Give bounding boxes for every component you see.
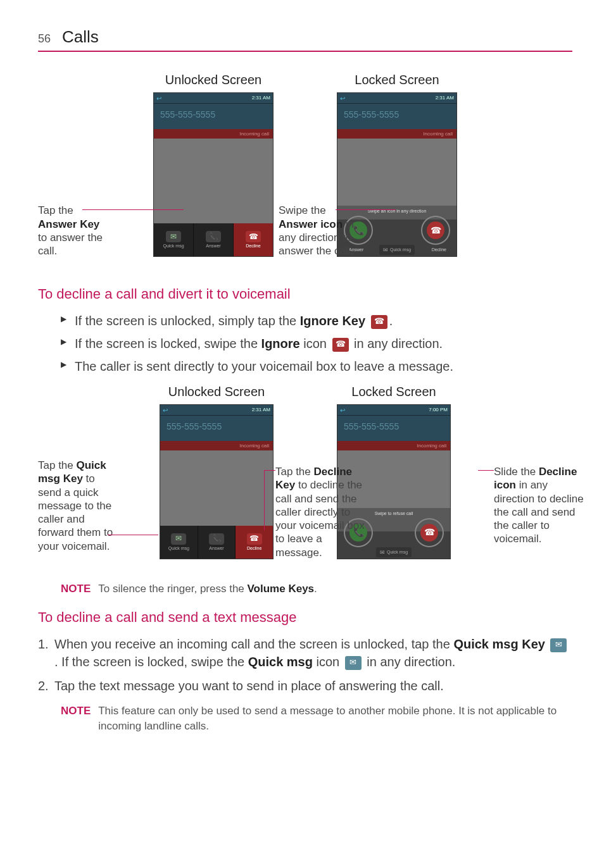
phone-unlocked: ↩2:31 AM 555-555-5555 Incoming call ✉Qui… <box>160 404 274 559</box>
step-1: 1.When you receive an incoming call and … <box>38 635 572 671</box>
decline-label: Decline <box>247 545 261 552</box>
note-text: This feature can only be used to send a … <box>98 704 572 734</box>
phone-icon: 📞 <box>209 533 224 545</box>
heading-decline-voicemail: To decline a call and divert it to voice… <box>38 285 572 304</box>
status-time: 2:31 AM <box>252 94 270 102</box>
bullet-3: The caller is sent directly to your voic… <box>61 357 572 375</box>
callout-decline-key: Tap the Decline Key to decline the call … <box>275 465 370 559</box>
status-time: 2:31 AM <box>252 406 270 414</box>
caller-number: 555-555-5555 <box>337 103 456 129</box>
step-2: 2.Tap the text message you want to send … <box>38 677 572 695</box>
caller-number: 555-555-5555 <box>160 415 273 441</box>
note-mobile-only: NOTE This feature can only be used to se… <box>38 704 572 734</box>
decline-button[interactable]: ☎Decline <box>236 526 273 559</box>
fig1-left-title: Unlocked Screen <box>165 71 261 89</box>
callout-slide-decline: Slide the Decline icon in any direction … <box>494 465 589 546</box>
answer-button[interactable]: 📞Answer <box>198 526 236 559</box>
fig1-right-title: Locked Screen <box>355 71 439 89</box>
callout-line <box>336 209 396 210</box>
decline-label: Decline <box>246 243 260 249</box>
phone-unlocked: ↩2:31 AM 555-555-5555 Incoming call ✉Qui… <box>153 92 274 257</box>
callout-answer-key: Tap the Answer Key to answer the call. <box>38 204 120 257</box>
note-label: NOTE <box>61 704 91 734</box>
quick-msg-badge-label: Quick msg <box>390 247 411 253</box>
decline-button[interactable]: ☎Decline <box>234 223 273 256</box>
answer-label: Answer <box>209 545 223 552</box>
hangup-icon: ☎ <box>247 533 262 545</box>
decline-bullets: If the screen is unlocked, simply tap th… <box>38 312 572 375</box>
avatar <box>160 450 273 531</box>
msg-icon <box>550 638 567 652</box>
caller-number: 555-555-5555 <box>154 103 273 129</box>
fig2-right-title: Locked Screen <box>351 383 436 400</box>
msg-icon: ✉ <box>166 231 181 242</box>
figure-answer: Unlocked Screen ↩2:31 AM 555-555-5555 In… <box>38 71 572 273</box>
answer-button[interactable]: 📞Answer <box>194 223 234 256</box>
hangup-icon: ☎ <box>246 231 261 242</box>
msg-icon <box>345 656 362 670</box>
callout-quick-msg: Tap the Quick msg Key to send a quick me… <box>38 459 120 553</box>
bullet-2: If the screen is locked, swipe the Ignor… <box>61 335 572 352</box>
quick-msg-badge[interactable]: Quick msg <box>379 245 415 256</box>
callout-line <box>108 535 158 535</box>
callout-answer-icon: Swipe the Answer icon in any direction t… <box>279 204 374 257</box>
quick-msg-button[interactable]: ✉Quick msg <box>154 223 194 256</box>
caller-number: 555-555-5555 <box>337 415 450 441</box>
msg-icon: ✉ <box>171 533 186 545</box>
figure-decline: Unlocked Screen ↩2:31 AM 555-555-5555 In… <box>38 383 572 573</box>
decline-ring-label: Decline <box>432 247 446 253</box>
phone-icon: 📞 <box>206 231 221 242</box>
call-button-row: ✉Quick msg 📞Answer ☎Decline <box>160 526 273 559</box>
decline-ring[interactable]: ☎ <box>421 216 450 245</box>
note-label: NOTE <box>61 581 91 597</box>
callout-line <box>82 209 184 210</box>
quick-msg-label: Quick msg <box>168 545 189 552</box>
note-silence: NOTE To silence the ringer, press the Vo… <box>38 581 572 597</box>
status-time: 2:31 AM <box>436 94 454 102</box>
fig2-left-title: Unlocked Screen <box>168 383 265 400</box>
quick-msg-badge[interactable]: Quick msg <box>376 547 412 558</box>
hangup-icon: ☎ <box>427 221 444 239</box>
page-number: 56 <box>38 31 51 47</box>
decline-ring[interactable]: ☎ <box>415 518 444 547</box>
call-button-row: ✉Quick msg 📞Answer ☎Decline <box>154 223 273 256</box>
incoming-label: Incoming call <box>337 441 450 450</box>
page-header: 56 Calls <box>38 25 572 52</box>
incoming-label: Incoming call <box>337 129 456 139</box>
hangup-icon <box>371 315 387 329</box>
callout-line <box>264 470 275 471</box>
hangup-icon: ☎ <box>420 524 438 542</box>
callout-line <box>478 470 494 471</box>
callout-line <box>264 470 265 530</box>
quick-msg-button[interactable]: ✉Quick msg <box>160 526 198 559</box>
quick-msg-label: Quick msg <box>163 243 184 249</box>
hangup-icon <box>332 338 349 352</box>
bullet-1: If the screen is unlocked, simply tap th… <box>61 312 572 330</box>
heading-decline-text: To decline a call and send a text messag… <box>38 608 572 628</box>
avatar <box>154 139 273 227</box>
answer-label: Answer <box>206 243 220 249</box>
incoming-label: Incoming call <box>160 441 273 450</box>
page-title: Calls <box>62 25 99 48</box>
incoming-label: Incoming call <box>154 129 273 139</box>
